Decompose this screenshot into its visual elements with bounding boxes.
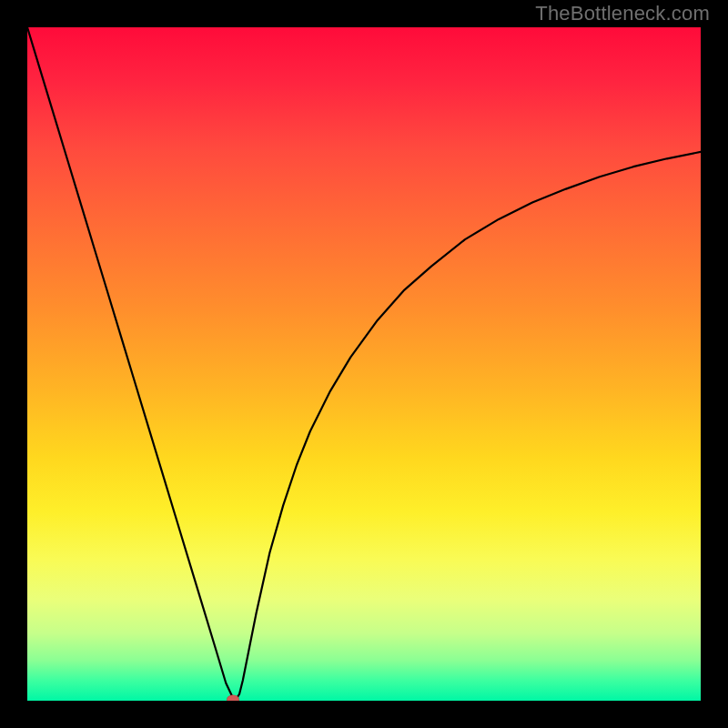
chart-frame: TheBottleneck.com — [0, 0, 728, 728]
plot-area — [27, 27, 701, 701]
bottleneck-curve — [27, 27, 701, 701]
watermark-text: TheBottleneck.com — [535, 2, 710, 25]
optimum-marker-icon — [227, 694, 239, 701]
